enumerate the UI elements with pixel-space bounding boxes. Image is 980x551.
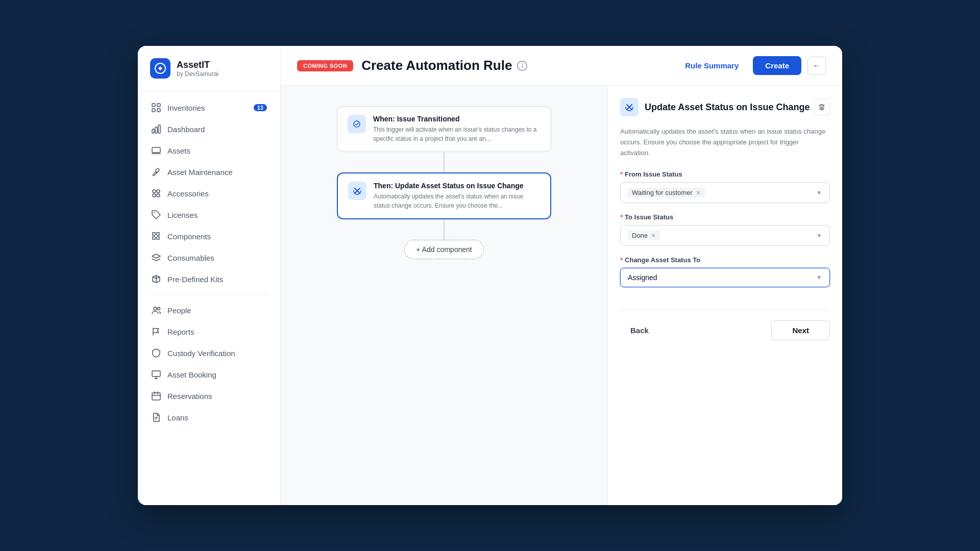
sidebar-item-accessories-label: Accessories (167, 189, 209, 198)
flow-connector-2 (444, 219, 445, 240)
sidebar-item-people-label: People (167, 306, 191, 315)
sidebar-item-reservations-label: Reservations (167, 392, 212, 400)
file-icon (151, 412, 161, 422)
action-node-title: Then: Update Asset Status on Issue Chang… (374, 182, 540, 190)
change-asset-status-label: * Change Asset Status To (620, 256, 830, 264)
to-issue-status-select[interactable]: Done ✕ ▼ (620, 225, 830, 246)
page-header: COMING SOON Create Automation Rule i Rul… (281, 46, 842, 86)
svg-point-10 (157, 190, 160, 193)
sidebar-item-licenses[interactable]: Licenses (144, 205, 274, 225)
svg-point-11 (153, 194, 156, 197)
to-issue-status-remove[interactable]: ✕ (651, 232, 656, 239)
sidebar-item-asset-booking-label: Asset Booking (167, 370, 216, 379)
panel-header: Update Asset Status on Issue Change (620, 98, 830, 116)
svg-rect-8 (152, 147, 160, 153)
accessories-icon (151, 188, 161, 198)
svg-rect-4 (157, 109, 160, 112)
to-issue-status-arrow: ▼ (816, 232, 822, 239)
shield-icon (151, 348, 161, 358)
trigger-node[interactable]: When: Issue Transitioned This trigger wi… (337, 106, 551, 152)
sidebar-item-asset-maintenance[interactable]: Asset Maintenance (144, 162, 274, 182)
to-issue-status-label: * To Issue Status (620, 213, 830, 221)
from-issue-status-remove[interactable]: ✕ (696, 189, 701, 196)
to-issue-status-tag: Done ✕ (628, 231, 660, 240)
sidebar-item-custody-verification[interactable]: Custody Verification (144, 343, 274, 363)
sidebar-nav: Inventories 13 Dashboard Assets (138, 97, 280, 493)
sidebar-item-pre-defined-kits[interactable]: Pre-Defined Kits (144, 269, 274, 289)
sidebar-item-consumables-label: Consumables (167, 254, 214, 262)
sidebar-item-accessories[interactable]: Accessories (144, 183, 274, 204)
coming-soon-badge: COMING SOON (297, 60, 353, 71)
sidebar-item-inventories[interactable]: Inventories 13 (144, 97, 274, 118)
sidebar-item-reports-label: Reports (167, 328, 194, 336)
monitor-icon (151, 369, 161, 380)
flag-icon (151, 327, 161, 337)
from-issue-status-group: * From Issue Status Waiting for customer… (620, 170, 830, 203)
wrench-icon (151, 167, 161, 177)
action-node[interactable]: Then: Update Asset Status on Issue Chang… (337, 172, 551, 219)
canvas-area: When: Issue Transitioned This trigger wi… (281, 86, 842, 505)
inventories-badge: 13 (254, 104, 267, 111)
flow-connector-1 (444, 152, 445, 172)
chart-icon (151, 124, 161, 134)
svg-rect-6 (155, 127, 157, 133)
sidebar-item-people[interactable]: People (144, 300, 274, 320)
svg-point-9 (153, 190, 156, 193)
calendar-icon (151, 391, 161, 401)
sidebar-item-assets[interactable]: Assets (144, 140, 274, 161)
panel-footer: Back Next (620, 310, 830, 340)
grid-icon (151, 103, 161, 113)
sidebar-item-consumables[interactable]: Consumables (144, 247, 274, 268)
from-issue-status-select[interactable]: Waiting for customer ✕ ▼ (620, 182, 830, 203)
create-button[interactable]: Create (753, 56, 801, 75)
sidebar: AssetIT by DevSamurai Inventories 13 Das… (138, 46, 281, 505)
svg-point-13 (154, 212, 155, 213)
sidebar-item-dashboard[interactable]: Dashboard (144, 119, 274, 139)
sidebar-item-asset-booking[interactable]: Asset Booking (144, 364, 274, 385)
back-arrow-button[interactable]: ← (807, 57, 826, 75)
svg-rect-2 (157, 104, 160, 107)
action-icon (348, 182, 366, 200)
change-asset-status-group: * Change Asset Status To Assigned ▼ (620, 256, 830, 287)
sidebar-item-asset-maintenance-label: Asset Maintenance (167, 168, 233, 177)
tag-icon (151, 210, 161, 220)
next-button[interactable]: Next (771, 320, 830, 340)
box-icon (151, 274, 161, 284)
change-asset-status-select[interactable]: Assigned ▼ (620, 268, 830, 287)
laptop-icon (151, 145, 161, 156)
panel-description: Automatically updates the asset's status… (620, 127, 830, 158)
svg-point-15 (158, 308, 160, 310)
from-issue-status-arrow: ▼ (816, 189, 822, 196)
sidebar-item-custody-verification-label: Custody Verification (167, 349, 235, 358)
from-issue-status-tag: Waiting for customer ✕ (628, 188, 705, 197)
brand-subtitle: by DevSamurai (177, 70, 218, 78)
svg-rect-3 (152, 109, 155, 112)
brand: AssetIT by DevSamurai (138, 58, 280, 91)
trigger-icon (348, 115, 366, 133)
sidebar-item-reports[interactable]: Reports (144, 321, 274, 342)
panel-title: Update Asset Status on Issue Change (645, 102, 810, 113)
delete-button[interactable] (814, 99, 830, 115)
svg-rect-7 (158, 125, 160, 133)
info-icon[interactable]: i (517, 61, 527, 71)
sidebar-divider (138, 91, 280, 91)
sidebar-item-inventories-label: Inventories (167, 104, 205, 112)
back-button[interactable]: Back (620, 321, 659, 340)
sidebar-item-loans-label: Loans (167, 413, 188, 422)
sidebar-item-reservations[interactable]: Reservations (144, 386, 274, 406)
svg-point-12 (157, 194, 160, 197)
panel-icon (620, 98, 639, 116)
layers-icon (151, 253, 161, 263)
flow-canvas: When: Issue Transitioned This trigger wi… (281, 86, 607, 505)
sidebar-item-dashboard-label: Dashboard (167, 125, 205, 134)
puzzle-icon (151, 231, 161, 241)
brand-logo (150, 58, 170, 79)
rule-summary-button[interactable]: Rule Summary (677, 57, 747, 74)
svg-rect-16 (152, 371, 160, 377)
from-issue-status-label: * From Issue Status (620, 170, 830, 178)
side-panel: Update Asset Status on Issue Change Auto… (607, 86, 842, 505)
add-component-button[interactable]: + Add component (404, 240, 483, 259)
sidebar-item-loans[interactable]: Loans (144, 407, 274, 428)
brand-name: AssetIT (177, 60, 218, 70)
sidebar-item-components[interactable]: Components (144, 226, 274, 246)
